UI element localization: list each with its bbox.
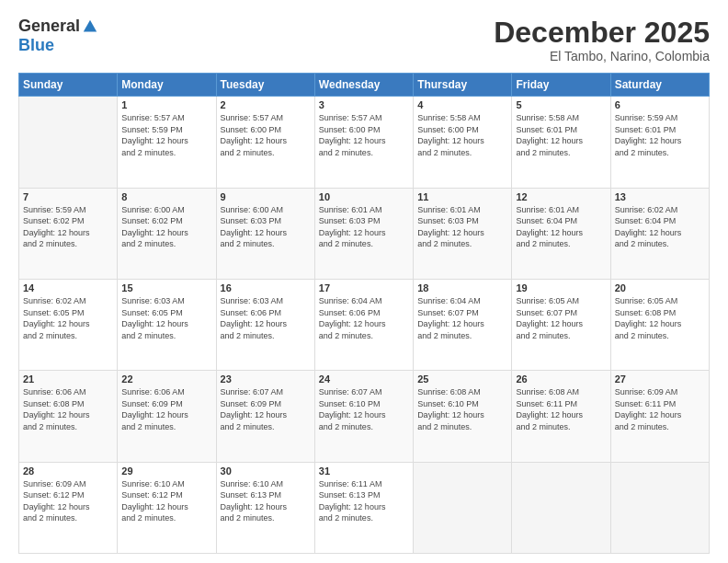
- header-friday: Friday: [512, 74, 610, 97]
- day-number: 13: [615, 191, 705, 202]
- table-row: 7Sunrise: 5:59 AM Sunset: 6:02 PM Daylig…: [19, 188, 118, 279]
- day-number: 17: [319, 282, 409, 293]
- table-row: 30Sunrise: 6:10 AM Sunset: 6:13 PM Dayli…: [216, 462, 314, 553]
- page: General Blue December 2025 El Tambo, Nar…: [0, 0, 728, 563]
- day-number: 4: [417, 99, 507, 110]
- day-number: 25: [417, 373, 507, 385]
- day-number: 22: [121, 373, 211, 385]
- table-row: 24Sunrise: 6:07 AM Sunset: 6:10 PM Dayli…: [314, 371, 413, 462]
- table-row: 6Sunrise: 5:59 AM Sunset: 6:01 PM Daylig…: [610, 97, 709, 188]
- logo-icon: [82, 18, 98, 35]
- table-row: 9Sunrise: 6:00 AM Sunset: 6:03 PM Daylig…: [216, 188, 314, 279]
- table-row: 11Sunrise: 6:01 AM Sunset: 6:03 PM Dayli…: [414, 188, 512, 279]
- calendar-week-row: 1Sunrise: 5:57 AM Sunset: 5:59 PM Daylig…: [19, 97, 710, 188]
- table-row: 25Sunrise: 6:08 AM Sunset: 6:10 PM Dayli…: [414, 371, 512, 462]
- day-info: Sunrise: 6:11 AM Sunset: 6:13 PM Dayligh…: [319, 478, 409, 524]
- day-info: Sunrise: 6:04 AM Sunset: 6:06 PM Dayligh…: [319, 295, 409, 341]
- day-number: 29: [121, 465, 211, 477]
- day-info: Sunrise: 5:59 AM Sunset: 6:01 PM Dayligh…: [615, 112, 705, 158]
- header-wednesday: Wednesday: [314, 74, 413, 97]
- day-number: 6: [615, 99, 705, 110]
- day-info: Sunrise: 6:07 AM Sunset: 6:10 PM Dayligh…: [319, 386, 409, 432]
- day-info: Sunrise: 6:05 AM Sunset: 6:07 PM Dayligh…: [516, 295, 606, 341]
- day-info: Sunrise: 5:58 AM Sunset: 6:01 PM Dayligh…: [516, 112, 606, 158]
- table-row: 12Sunrise: 6:01 AM Sunset: 6:04 PM Dayli…: [512, 188, 610, 279]
- day-info: Sunrise: 6:01 AM Sunset: 6:03 PM Dayligh…: [417, 204, 507, 250]
- calendar-week-row: 14Sunrise: 6:02 AM Sunset: 6:05 PM Dayli…: [19, 279, 710, 370]
- day-number: 12: [516, 191, 606, 202]
- weekday-header-row: Sunday Monday Tuesday Wednesday Thursday…: [19, 74, 710, 97]
- day-info: Sunrise: 6:03 AM Sunset: 6:06 PM Dayligh…: [221, 295, 311, 341]
- day-number: 31: [319, 465, 409, 477]
- day-info: Sunrise: 6:10 AM Sunset: 6:13 PM Dayligh…: [221, 478, 311, 524]
- day-info: Sunrise: 6:06 AM Sunset: 6:08 PM Dayligh…: [23, 386, 113, 432]
- day-info: Sunrise: 6:02 AM Sunset: 6:05 PM Dayligh…: [23, 295, 113, 341]
- table-row: 14Sunrise: 6:02 AM Sunset: 6:05 PM Dayli…: [19, 279, 118, 370]
- table-row: 4Sunrise: 5:58 AM Sunset: 6:00 PM Daylig…: [414, 97, 512, 188]
- table-row: [414, 462, 512, 553]
- day-info: Sunrise: 6:04 AM Sunset: 6:07 PM Dayligh…: [417, 295, 507, 341]
- table-row: 13Sunrise: 6:02 AM Sunset: 6:04 PM Dayli…: [610, 188, 709, 279]
- header: General Blue December 2025 El Tambo, Nar…: [18, 17, 710, 63]
- day-number: 14: [23, 282, 113, 293]
- day-number: 15: [121, 282, 211, 293]
- day-info: Sunrise: 6:09 AM Sunset: 6:11 PM Dayligh…: [615, 386, 705, 432]
- day-number: 28: [23, 465, 113, 477]
- day-number: 8: [121, 191, 211, 202]
- day-info: Sunrise: 6:08 AM Sunset: 6:10 PM Dayligh…: [417, 386, 507, 432]
- day-number: 11: [417, 191, 507, 202]
- table-row: 20Sunrise: 6:05 AM Sunset: 6:08 PM Dayli…: [610, 279, 709, 370]
- day-number: 10: [319, 191, 409, 202]
- day-info: Sunrise: 6:05 AM Sunset: 6:08 PM Dayligh…: [615, 295, 705, 341]
- logo-general-text: General: [18, 17, 80, 36]
- day-number: 20: [615, 282, 705, 293]
- month-title: December 2025: [494, 17, 710, 49]
- header-sunday: Sunday: [19, 74, 118, 97]
- day-info: Sunrise: 6:02 AM Sunset: 6:04 PM Dayligh…: [615, 204, 705, 250]
- calendar-week-row: 21Sunrise: 6:06 AM Sunset: 6:08 PM Dayli…: [19, 371, 710, 462]
- table-row: 16Sunrise: 6:03 AM Sunset: 6:06 PM Dayli…: [216, 279, 314, 370]
- table-row: 31Sunrise: 6:11 AM Sunset: 6:13 PM Dayli…: [314, 462, 413, 553]
- table-row: 3Sunrise: 5:57 AM Sunset: 6:00 PM Daylig…: [314, 97, 413, 188]
- calendar-week-row: 7Sunrise: 5:59 AM Sunset: 6:02 PM Daylig…: [19, 188, 710, 279]
- day-info: Sunrise: 6:01 AM Sunset: 6:04 PM Dayligh…: [516, 204, 606, 250]
- table-row: 22Sunrise: 6:06 AM Sunset: 6:09 PM Dayli…: [118, 371, 216, 462]
- table-row: 23Sunrise: 6:07 AM Sunset: 6:09 PM Dayli…: [216, 371, 314, 462]
- day-number: 23: [221, 373, 311, 385]
- day-info: Sunrise: 5:57 AM Sunset: 5:59 PM Dayligh…: [121, 112, 211, 158]
- day-info: Sunrise: 6:03 AM Sunset: 6:05 PM Dayligh…: [121, 295, 211, 341]
- calendar-table: Sunday Monday Tuesday Wednesday Thursday…: [18, 73, 710, 554]
- table-row: 26Sunrise: 6:08 AM Sunset: 6:11 PM Dayli…: [512, 371, 610, 462]
- table-row: [19, 97, 118, 188]
- day-number: 9: [221, 191, 311, 202]
- table-row: 5Sunrise: 5:58 AM Sunset: 6:01 PM Daylig…: [512, 97, 610, 188]
- day-info: Sunrise: 5:57 AM Sunset: 6:00 PM Dayligh…: [221, 112, 311, 158]
- day-number: 5: [516, 99, 606, 110]
- table-row: 10Sunrise: 6:01 AM Sunset: 6:03 PM Dayli…: [314, 188, 413, 279]
- day-number: 2: [221, 99, 311, 110]
- table-row: [512, 462, 610, 553]
- day-number: 26: [516, 373, 606, 385]
- table-row: 27Sunrise: 6:09 AM Sunset: 6:11 PM Dayli…: [610, 371, 709, 462]
- table-row: 17Sunrise: 6:04 AM Sunset: 6:06 PM Dayli…: [314, 279, 413, 370]
- header-saturday: Saturday: [610, 74, 709, 97]
- day-number: 21: [23, 373, 113, 385]
- day-info: Sunrise: 6:07 AM Sunset: 6:09 PM Dayligh…: [221, 386, 311, 432]
- day-info: Sunrise: 5:59 AM Sunset: 6:02 PM Dayligh…: [23, 204, 113, 250]
- header-thursday: Thursday: [414, 74, 512, 97]
- day-info: Sunrise: 6:06 AM Sunset: 6:09 PM Dayligh…: [121, 386, 211, 432]
- svg-marker-0: [84, 19, 97, 31]
- title-block: December 2025 El Tambo, Narino, Colombia: [494, 17, 710, 63]
- day-info: Sunrise: 6:01 AM Sunset: 6:03 PM Dayligh…: [319, 204, 409, 250]
- table-row: 8Sunrise: 6:00 AM Sunset: 6:02 PM Daylig…: [118, 188, 216, 279]
- day-number: 18: [417, 282, 507, 293]
- day-number: 30: [221, 465, 311, 477]
- day-info: Sunrise: 6:00 AM Sunset: 6:02 PM Dayligh…: [121, 204, 211, 250]
- logo-blue-text: Blue: [18, 36, 54, 55]
- table-row: 18Sunrise: 6:04 AM Sunset: 6:07 PM Dayli…: [414, 279, 512, 370]
- table-row: 15Sunrise: 6:03 AM Sunset: 6:05 PM Dayli…: [118, 279, 216, 370]
- day-info: Sunrise: 5:58 AM Sunset: 6:00 PM Dayligh…: [417, 112, 507, 158]
- table-row: 2Sunrise: 5:57 AM Sunset: 6:00 PM Daylig…: [216, 97, 314, 188]
- logo: General Blue: [18, 17, 98, 55]
- header-tuesday: Tuesday: [216, 74, 314, 97]
